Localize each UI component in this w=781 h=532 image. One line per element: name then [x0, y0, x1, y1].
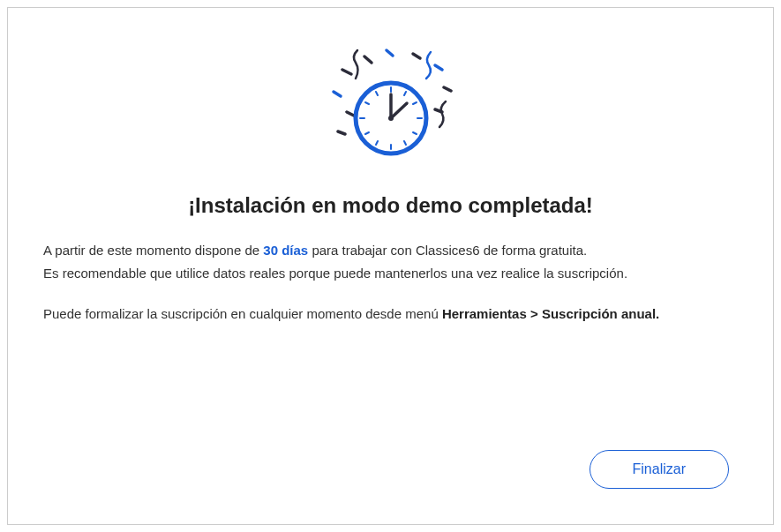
clock-confetti-illustration — [43, 43, 738, 176]
finalize-button[interactable]: Finalizar — [590, 450, 729, 489]
svg-line-1 — [364, 56, 372, 63]
svg-point-25 — [388, 116, 394, 121]
svg-line-3 — [413, 54, 420, 58]
body-line-1-pre: A partir de este momento dispone de — [43, 243, 263, 258]
body-line-1-post: para trabajar con Classices6 de forma gr… — [312, 243, 587, 258]
body-line-2: Es recomendable que utilice datos reales… — [43, 263, 738, 284]
svg-line-7 — [338, 131, 345, 134]
install-complete-dialog: ¡Instalación en modo demo completada! A … — [7, 7, 774, 525]
svg-line-0 — [342, 70, 351, 74]
svg-line-5 — [334, 92, 341, 96]
trial-days-text: 30 días — [263, 243, 308, 258]
svg-line-4 — [435, 65, 442, 70]
body-line-3: Puede formalizar la suscripción en cualq… — [43, 303, 738, 325]
clock-confetti-icon — [303, 43, 479, 176]
dialog-footer: Finalizar — [43, 450, 738, 498]
dialog-title: ¡Instalación en modo demo completada! — [43, 193, 738, 218]
dialog-body: A partir de este momento dispone de 30 d… — [43, 240, 738, 326]
svg-line-2 — [387, 50, 393, 56]
menu-path-text: Herramientas > Suscripción anual. — [442, 306, 659, 321]
svg-line-6 — [347, 112, 354, 116]
svg-line-9 — [444, 87, 451, 91]
body-line-1: A partir de este momento dispone de 30 d… — [43, 240, 738, 261]
body-line-3-pre: Puede formalizar la suscripción en cualq… — [43, 306, 442, 321]
